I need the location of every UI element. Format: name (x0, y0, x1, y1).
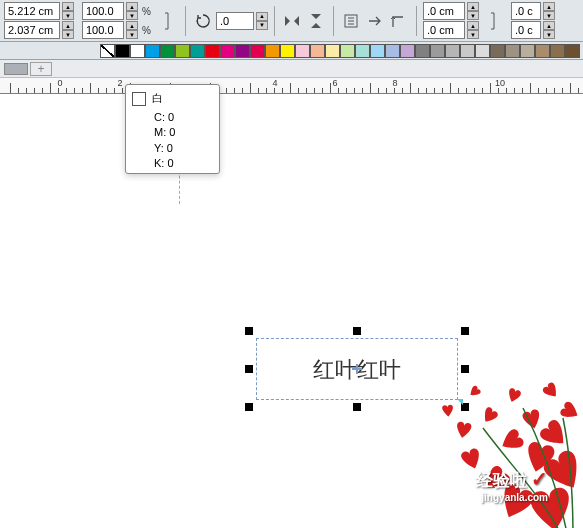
ruler-label: 8 (392, 78, 397, 88)
scale-y-input[interactable]: 100.0 (82, 21, 124, 39)
scale-unit-2: % (142, 25, 151, 36)
add-color-button[interactable]: + (30, 62, 52, 76)
rotation-input[interactable]: .0 (216, 12, 254, 30)
overflow-handle[interactable] (457, 399, 463, 405)
height-input[interactable]: 2.037 cm (4, 21, 60, 39)
swatch-30[interactable] (565, 44, 580, 58)
swatch-9[interactable] (250, 44, 265, 58)
ruler-label: 2 (117, 78, 122, 88)
mirror-horizontal-icon[interactable] (281, 10, 303, 32)
handle-top-left[interactable] (245, 327, 253, 335)
ruler-label: 6 (332, 78, 337, 88)
width-spinner[interactable]: ▲▼ (62, 2, 74, 20)
rotation-spinner[interactable]: ▲▼ (256, 12, 268, 30)
svg-rect-0 (345, 15, 357, 27)
tooltip-name: 白 (152, 91, 163, 106)
swatch-none[interactable] (100, 44, 115, 58)
color-palette (0, 42, 583, 60)
step-2-spinner[interactable]: ▲▼ (543, 21, 555, 39)
swatch-25[interactable] (490, 44, 505, 58)
arrow-right-icon[interactable] (364, 10, 386, 32)
swatch-22[interactable] (445, 44, 460, 58)
swatch-8[interactable] (235, 44, 250, 58)
swatch-26[interactable] (505, 44, 520, 58)
swatch-6[interactable] (205, 44, 220, 58)
scale-x-input[interactable]: 100.0 (82, 2, 124, 20)
center-marker[interactable] (352, 364, 362, 374)
handle-middle-right[interactable] (461, 365, 469, 373)
check-icon: ✓ (531, 467, 548, 491)
handle-top-middle[interactable] (353, 327, 361, 335)
swatch-15[interactable] (340, 44, 355, 58)
step-1-input[interactable]: .0 c (511, 2, 541, 20)
nudge-x-spinner[interactable]: ▲▼ (467, 2, 479, 20)
lock-ratio-icon[interactable] (157, 10, 179, 32)
nudge-y-spinner[interactable]: ▲▼ (467, 21, 479, 39)
tooltip-c: C: 0 (154, 110, 213, 125)
corner-icon[interactable] (388, 10, 410, 32)
handle-bottom-left[interactable] (245, 403, 253, 411)
ruler-label: 10 (495, 78, 505, 88)
horizontal-ruler: 0246810 (0, 78, 583, 94)
lock-ratio-2-icon[interactable] (483, 10, 505, 32)
selected-text-frame[interactable]: 红叶红叶 (256, 338, 458, 400)
step-2-input[interactable]: .0 c (511, 21, 541, 39)
swatch-20[interactable] (415, 44, 430, 58)
swatch-29[interactable] (550, 44, 565, 58)
swatch-21[interactable] (430, 44, 445, 58)
nudge-y-input[interactable]: .0 cm (423, 21, 465, 39)
tooltip-k: K: 0 (154, 156, 213, 171)
swatch-10[interactable] (265, 44, 280, 58)
swatch-2[interactable] (145, 44, 160, 58)
handle-top-right[interactable] (461, 327, 469, 335)
swatch-18[interactable] (385, 44, 400, 58)
swatch-28[interactable] (535, 44, 550, 58)
step-1-spinner[interactable]: ▲▼ (543, 2, 555, 20)
swatch-3[interactable] (160, 44, 175, 58)
swatch-12[interactable] (295, 44, 310, 58)
swatch-19[interactable] (400, 44, 415, 58)
tooltip-m: M: 0 (154, 125, 213, 140)
ruler-label: 4 (272, 78, 277, 88)
swatch-16[interactable] (355, 44, 370, 58)
swatch-11[interactable] (280, 44, 295, 58)
tooltip-swatch (132, 92, 146, 106)
swatch-1[interactable] (130, 44, 145, 58)
wrap-icon[interactable] (340, 10, 362, 32)
swatch-7[interactable] (220, 44, 235, 58)
watermark-text: 经验啦✓ jingyanla.com (476, 467, 548, 503)
swatch-13[interactable] (310, 44, 325, 58)
color-tooltip: 白 C: 0 M: 0 Y: 0 K: 0 (125, 84, 220, 174)
canvas[interactable]: 白 C: 0 M: 0 Y: 0 K: 0 红叶红叶 (0, 94, 583, 528)
scale-x-spinner[interactable]: ▲▼ (126, 2, 138, 20)
document-palette: + (0, 60, 583, 78)
width-input[interactable]: 5.212 cm (4, 2, 60, 20)
swatch-27[interactable] (520, 44, 535, 58)
mirror-vertical-icon[interactable] (305, 10, 327, 32)
rotate-icon[interactable] (192, 10, 214, 32)
swatch-4[interactable] (175, 44, 190, 58)
swatch-23[interactable] (460, 44, 475, 58)
scale-y-spinner[interactable]: ▲▼ (126, 21, 138, 39)
swatch-14[interactable] (325, 44, 340, 58)
nudge-x-input[interactable]: .0 cm (423, 2, 465, 20)
handle-middle-left[interactable] (245, 365, 253, 373)
swatch-0[interactable] (115, 44, 130, 58)
scale-unit: % (142, 6, 151, 17)
mini-swatch[interactable] (4, 63, 28, 75)
swatch-17[interactable] (370, 44, 385, 58)
height-spinner[interactable]: ▲▼ (62, 21, 74, 39)
ruler-label: 0 (57, 78, 62, 88)
swatch-24[interactable] (475, 44, 490, 58)
tooltip-y: Y: 0 (154, 141, 213, 156)
swatch-5[interactable] (190, 44, 205, 58)
handle-bottom-middle[interactable] (353, 403, 361, 411)
